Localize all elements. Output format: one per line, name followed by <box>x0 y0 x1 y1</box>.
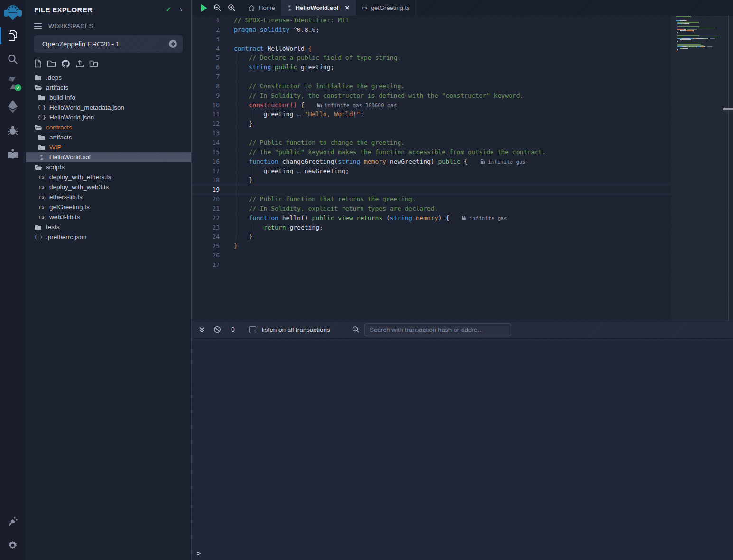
code-line-10[interactable]: 10 constructor() {infinite gas 368600 ga… <box>192 101 671 110</box>
file-tree-item-HelloWorld_metadata.json[interactable]: { }HelloWorld_metadata.json <box>26 102 191 112</box>
terminal-search-input[interactable] <box>364 323 511 336</box>
upload-folder-icon[interactable] <box>89 60 98 67</box>
upload-file-icon[interactable] <box>75 59 84 68</box>
editor-scrollbar[interactable] <box>728 16 733 321</box>
file-tree-item-getGreeting.ts[interactable]: TSgetGreeting.ts <box>26 202 191 212</box>
file-tree-item-.deps[interactable]: .deps <box>26 73 191 83</box>
collapse-terminal-icon[interactable] <box>198 326 205 333</box>
code-line-25[interactable]: 25} <box>192 241 671 251</box>
gas-estimate: infinite gas <box>480 159 525 165</box>
minimap-line <box>676 19 721 20</box>
code-line-22[interactable]: 22 function hello() public view returns … <box>192 213 671 223</box>
activity-bar-item-deploy-run[interactable] <box>0 95 26 119</box>
code-line-26[interactable]: 26 <box>192 251 671 260</box>
terminal-output[interactable]: > <box>192 339 733 560</box>
zoom-in-icon[interactable] <box>228 4 236 12</box>
tab-HelloWorld.sol[interactable]: HelloWorld.sol✕ <box>281 0 356 16</box>
code-line-15[interactable]: 15 // The "public" keyword makes the fun… <box>192 147 671 157</box>
code-line-13[interactable]: 13 <box>192 129 671 138</box>
minimap-line <box>676 30 721 31</box>
code-text: return greeting; <box>234 223 323 232</box>
tab-Home[interactable]: Home <box>242 0 281 16</box>
minimap-line <box>676 39 721 40</box>
code-line-24[interactable]: 24 } <box>192 232 671 241</box>
line-number: 19 <box>192 185 220 194</box>
close-tab-icon[interactable]: ✕ <box>344 4 350 11</box>
activity-bar-item-search[interactable] <box>0 47 26 71</box>
check-icon[interactable]: ✓ <box>166 5 172 14</box>
activity-bar-item-learneth[interactable] <box>0 142 26 166</box>
code-line-17[interactable]: 17 greeting = newGreeting; <box>192 166 671 176</box>
code-line-6[interactable]: 6 string public greeting; <box>192 63 671 72</box>
file-name: build-info <box>49 94 75 101</box>
remix-logo-icon[interactable] <box>2 2 24 24</box>
minimap[interactable] <box>671 16 728 321</box>
code-line-18[interactable]: 18 } <box>192 175 671 185</box>
tab-getGreeting.ts[interactable]: TSgetGreeting.ts <box>356 0 416 16</box>
code-line-23[interactable]: 23 return greeting; <box>192 223 671 232</box>
code-line-16[interactable]: 16 function changeGreeting(string memory… <box>192 157 671 166</box>
file-tree-item-ethers-lib.ts[interactable]: TSethers-lib.ts <box>26 192 191 202</box>
listen-transactions-label: listen on all transactions <box>262 326 330 333</box>
code-line-8[interactable]: 8 // Constructor to initialize the greet… <box>192 82 671 91</box>
activity-bar-item-solidity-compiler[interactable]: ✓ <box>0 71 26 95</box>
code-text: pragma solidity ^0.8.0; <box>234 25 319 35</box>
new-file-icon[interactable] <box>34 59 42 68</box>
code-line-3[interactable]: 3 <box>192 35 671 44</box>
activity-bar-item-debugger[interactable] <box>0 119 26 142</box>
code-line-14[interactable]: 14 // Public function to change the gree… <box>192 138 671 147</box>
file-tree-item-artifacts[interactable]: artifacts <box>26 83 191 92</box>
zoom-out-icon[interactable] <box>213 4 222 12</box>
file-tree-item-contracts[interactable]: contracts <box>26 122 191 132</box>
file-tree-item-tests[interactable]: tests <box>26 222 191 232</box>
minimap-line <box>676 18 721 18</box>
file-tree-item-HelloWorld.sol[interactable]: HelloWorld.sol <box>26 152 191 162</box>
code-line-20[interactable]: 20 // Public function that returns the g… <box>192 194 671 204</box>
folder-open-icon <box>34 124 42 130</box>
scrollbar-thumb[interactable] <box>723 108 733 110</box>
code-line-4[interactable]: 4contract HelloWorld { <box>192 44 671 54</box>
new-folder-icon[interactable] <box>47 60 56 67</box>
file-tree-item-WIP[interactable]: WIP <box>26 142 191 152</box>
code-editor[interactable]: 1// SPDX-License-Identifier: MIT2pragma … <box>192 16 733 321</box>
file-tree-item-build-info[interactable]: build-info <box>26 92 191 102</box>
file-tree-item-scripts[interactable]: scripts <box>26 162 191 172</box>
run-script-button[interactable] <box>201 4 207 12</box>
code-line-7[interactable]: 7 <box>192 72 671 82</box>
file-tree-item-artifacts[interactable]: artifacts <box>26 132 191 142</box>
clear-console-icon[interactable] <box>213 326 221 333</box>
github-icon[interactable] <box>61 59 70 68</box>
activity-bar: ✓ <box>0 0 26 560</box>
file-name: HelloWorld.sol <box>49 154 91 161</box>
code-text: // Public function that returns the gree… <box>234 194 416 204</box>
chevron-right-icon[interactable]: › <box>180 5 183 14</box>
line-number: 21 <box>192 204 220 213</box>
activity-bar-item-plugin-manager[interactable] <box>0 510 26 533</box>
file-tree-item-deploy_with_ethers.ts[interactable]: TSdeploy_with_ethers.ts <box>26 172 191 182</box>
code-line-5[interactable]: 5 // Declare a public field of type stri… <box>192 53 671 63</box>
listen-transactions-checkbox[interactable] <box>249 326 256 333</box>
file-tree-item-web3-lib.ts[interactable]: TSweb3-lib.ts <box>26 212 191 222</box>
code-line-9[interactable]: 9 // In Solidity, the constructor is def… <box>192 91 671 101</box>
line-number: 18 <box>192 175 220 185</box>
code-line-2[interactable]: 2pragma solidity ^0.8.0; <box>192 25 671 35</box>
file-name: contracts <box>46 124 72 131</box>
activity-bar-item-file-explorer[interactable] <box>0 24 26 47</box>
activity-bar-item-settings[interactable] <box>0 533 26 557</box>
code-line-21[interactable]: 21 // In Solidity, explicit return types… <box>192 204 671 213</box>
workspace-select[interactable]: OpenZeppelin ERC20 - 1 <box>34 35 183 53</box>
line-number: 15 <box>192 147 220 157</box>
code-line-27[interactable]: 27 <box>192 260 671 270</box>
braces-icon: { } <box>34 234 42 240</box>
code-line-1[interactable]: 1// SPDX-License-Identifier: MIT <box>192 16 671 25</box>
file-tree-item-.prettierrc.json[interactable]: { }.prettierrc.json <box>26 232 191 242</box>
code-line-11[interactable]: 11 greeting = "Hello, World!"; <box>192 110 671 119</box>
workspace-menu-icon[interactable] <box>34 23 42 29</box>
code-text: greeting = newGreeting; <box>234 166 349 176</box>
file-name: deploy_with_web3.ts <box>49 184 109 191</box>
code-line-12[interactable]: 12 } <box>192 119 671 129</box>
file-tree-item-HelloWorld.json[interactable]: { }HelloWorld.json <box>26 112 191 122</box>
minimap-line <box>676 34 721 35</box>
code-line-19[interactable]: 19 <box>192 185 671 194</box>
file-tree-item-deploy_with_web3.ts[interactable]: TSdeploy_with_web3.ts <box>26 182 191 192</box>
